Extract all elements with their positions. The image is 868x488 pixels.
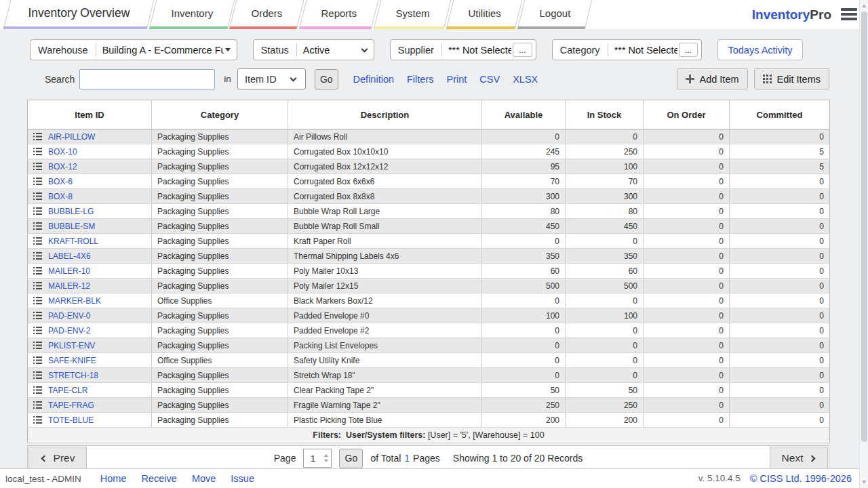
- item-id-link[interactable]: BUBBLE-LG: [48, 207, 94, 216]
- page-spinner[interactable]: [321, 449, 330, 467]
- footer-link-issue[interactable]: Issue: [231, 473, 254, 484]
- item-id-link[interactable]: STRETCH-18: [48, 371, 98, 380]
- footer-link-move[interactable]: Move: [192, 473, 216, 484]
- item-id-link[interactable]: TOTE-BLUE: [48, 415, 94, 425]
- item-id-link[interactable]: PAD-ENV-2: [48, 326, 90, 336]
- item-id-link[interactable]: PAD-ENV-0: [48, 311, 90, 321]
- in-stock-cell[interactable]: 70: [566, 174, 644, 189]
- row-list-icon[interactable]: [33, 192, 42, 200]
- row-list-icon[interactable]: [33, 312, 42, 319]
- item-id-link[interactable]: MAILER-12: [48, 281, 90, 291]
- row-list-icon[interactable]: [33, 297, 42, 304]
- row-list-icon[interactable]: [33, 371, 42, 379]
- add-item-button[interactable]: Add Item: [677, 68, 748, 89]
- row-list-icon[interactable]: [33, 222, 42, 230]
- in-stock-cell[interactable]: 350: [566, 249, 644, 264]
- tab-logout[interactable]: Logout: [517, 0, 593, 29]
- row-list-icon[interactable]: [33, 133, 42, 140]
- supplier-more-button[interactable]: ...: [513, 43, 532, 57]
- row-list-icon[interactable]: [33, 416, 42, 424]
- hamburger-menu-icon[interactable]: [841, 8, 857, 20]
- row-list-icon[interactable]: [33, 207, 42, 215]
- in-stock-cell[interactable]: 100: [566, 159, 644, 174]
- item-id-link[interactable]: PKLIST-ENV: [48, 341, 95, 350]
- link-print[interactable]: Print: [447, 74, 467, 85]
- spinner-down-icon[interactable]: [324, 460, 328, 462]
- in-stock-cell[interactable]: 60: [566, 264, 644, 279]
- row-list-icon[interactable]: [33, 401, 42, 409]
- in-stock-cell[interactable]: 250: [566, 398, 644, 413]
- prev-page-button[interactable]: Prev: [28, 447, 87, 470]
- row-list-icon[interactable]: [33, 342, 42, 349]
- row-list-icon[interactable]: [33, 148, 42, 155]
- in-stock-cell[interactable]: 250: [566, 144, 644, 159]
- scroll-up-icon[interactable]: [862, 4, 866, 7]
- tab-reports[interactable]: Reports: [299, 0, 378, 29]
- in-stock-cell[interactable]: 300: [566, 189, 644, 204]
- edit-items-button[interactable]: Edit Items: [754, 68, 829, 89]
- warehouse-select[interactable]: Warehouse Building A - E-Commerce Fulfil…: [30, 39, 237, 60]
- page-go-button[interactable]: Go: [339, 449, 363, 468]
- in-stock-cell[interactable]: 450: [566, 219, 644, 234]
- tab-inventory-overview[interactable]: Inventory Overview: [3, 0, 155, 29]
- item-id-link[interactable]: BOX-6: [48, 177, 73, 186]
- committed-cell: 0: [730, 383, 830, 398]
- row-list-icon[interactable]: [33, 282, 42, 289]
- row-list-icon[interactable]: [33, 386, 42, 394]
- item-id-link[interactable]: BOX-10: [48, 147, 77, 157]
- item-id-link[interactable]: AIR-PILLOW: [48, 132, 95, 142]
- status-select[interactable]: Status Active: [253, 39, 374, 60]
- page-number-field[interactable]: [304, 449, 321, 467]
- next-page-button[interactable]: Next: [770, 447, 828, 470]
- total-suffix: Pages: [413, 453, 440, 464]
- item-id-link[interactable]: MAILER-10: [48, 266, 90, 276]
- copyright-link[interactable]: © CISS Ltd. 1996-2026: [750, 473, 852, 484]
- item-id-link[interactable]: SAFE-KNIFE: [48, 356, 96, 365]
- table-row: BOX-8 Packaging Supplies Corrugated Box …: [28, 189, 830, 204]
- search-field-select[interactable]: Item ID: [237, 68, 306, 89]
- row-list-icon[interactable]: [33, 178, 42, 185]
- page-number-input[interactable]: [303, 449, 332, 468]
- item-id-link[interactable]: TAPE-CLR: [48, 386, 87, 395]
- tab-inventory[interactable]: Inventory: [149, 0, 234, 29]
- item-id-link[interactable]: KRAFT-ROLL: [48, 237, 98, 246]
- in-stock-cell[interactable]: 50: [566, 383, 644, 398]
- tab-orders[interactable]: Orders: [229, 0, 304, 29]
- category-filter[interactable]: Category *** Not Selected ...: [552, 39, 703, 60]
- search-input[interactable]: [79, 69, 215, 89]
- link-xlsx[interactable]: XLSX: [513, 74, 538, 85]
- item-id-link[interactable]: TAPE-FRAG: [48, 401, 94, 410]
- committed-cell[interactable]: 5: [730, 144, 830, 159]
- row-list-icon[interactable]: [33, 357, 42, 364]
- row-list-icon[interactable]: [33, 327, 42, 334]
- in-stock-cell[interactable]: 80: [566, 204, 644, 219]
- item-id-link[interactable]: BOX-8: [48, 192, 73, 201]
- category-more-button[interactable]: ...: [679, 43, 698, 57]
- vertical-scrollbar[interactable]: [859, 0, 868, 488]
- search-go-button[interactable]: Go: [315, 69, 338, 89]
- in-stock-cell[interactable]: 500: [566, 279, 644, 293]
- committed-cell[interactable]: 5: [730, 159, 830, 174]
- supplier-filter[interactable]: Supplier *** Not Selected ...: [390, 39, 536, 60]
- link-filters[interactable]: Filters: [407, 74, 433, 85]
- row-list-icon[interactable]: [33, 267, 42, 274]
- item-id-link[interactable]: MARKER-BLK: [48, 296, 101, 306]
- item-id-link[interactable]: BOX-12: [48, 162, 77, 171]
- todays-activity-button[interactable]: Todays Activity: [717, 39, 802, 60]
- row-list-icon[interactable]: [33, 252, 42, 260]
- row-list-icon[interactable]: [33, 237, 42, 245]
- tab-utilities[interactable]: Utilities: [446, 0, 523, 29]
- item-id-link[interactable]: LABEL-4X6: [48, 251, 91, 261]
- in-stock-cell[interactable]: 200: [566, 413, 644, 428]
- row-list-icon[interactable]: [33, 163, 42, 170]
- scrollbar-thumb[interactable]: [861, 12, 867, 442]
- footer-link-home[interactable]: Home: [100, 473, 127, 484]
- item-id-link[interactable]: BUBBLE-SM: [48, 222, 95, 231]
- link-csv[interactable]: CSV: [479, 74, 500, 85]
- footer-link-receive[interactable]: Receive: [141, 473, 176, 484]
- tab-system[interactable]: System: [373, 0, 451, 29]
- spinner-up-icon[interactable]: [324, 454, 328, 457]
- in-stock-cell[interactable]: 100: [566, 308, 644, 323]
- link-definition[interactable]: Definition: [353, 74, 394, 85]
- scroll-down-icon[interactable]: [862, 481, 866, 484]
